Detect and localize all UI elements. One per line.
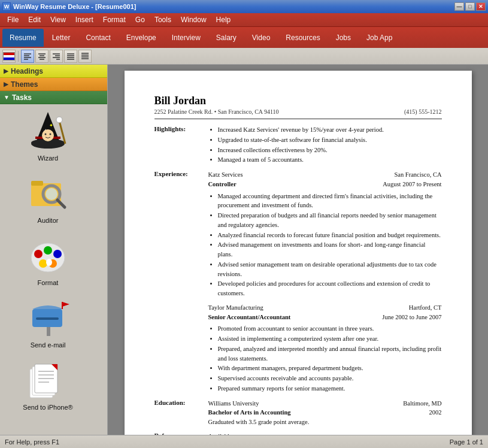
- doc-area[interactable]: Bill Jordan 2252 Palatine Creek Rd. • Sa…: [108, 65, 488, 435]
- svg-point-39: [53, 250, 62, 258]
- highlight-item: Increased Katz Services' revenue by 15%/…: [218, 125, 442, 135]
- align-left-icon: [23, 52, 32, 60]
- tab-resources[interactable]: Resources: [278, 29, 327, 47]
- job1-dates: August 2007 to Present: [383, 180, 441, 189]
- sidebar-themes-header[interactable]: ▶ Themes: [0, 78, 107, 91]
- flag-icon: [3, 52, 15, 60]
- align-right-button[interactable]: [50, 50, 63, 63]
- menu-format[interactable]: Format: [98, 14, 131, 25]
- highlights-list: Increased Katz Services' revenue by 15%/…: [218, 125, 442, 165]
- references-section: References: Available upon request: [154, 432, 442, 435]
- tab-letter[interactable]: Letter: [45, 29, 78, 47]
- tab-interview[interactable]: Interview: [165, 29, 208, 47]
- sidebar-item-auditor[interactable]: Auditor: [0, 167, 96, 229]
- edu-school: Williams University: [208, 399, 259, 408]
- job2-bullet: With department managers, prepared depar…: [218, 364, 442, 373]
- iphone-label: Send to iPhone®: [23, 404, 72, 411]
- tab-salary[interactable]: Salary: [209, 29, 244, 47]
- sidebar-item-wizard[interactable]: ✦ ✦ Wizard: [0, 104, 96, 167]
- job1-bullet: Analyzed financial records to forecast f…: [218, 231, 442, 240]
- auditor-icon: [26, 171, 69, 214]
- sidebar-headings-header[interactable]: ▶ Headings: [0, 65, 107, 78]
- resume-name: Bill Jordan: [154, 95, 442, 107]
- job2-title-row: Senior Accountant/Accountant June 2002 t…: [208, 313, 442, 322]
- minimize-button[interactable]: —: [454, 2, 464, 11]
- education-degree-row: Bachelor of Arts in Accounting 2002: [208, 408, 442, 417]
- job1-header: Katz Services San Francisco, CA: [208, 170, 442, 180]
- toolbar-separator: [18, 51, 19, 62]
- job1-title-row: Controller August 2007 to Present: [208, 180, 442, 189]
- svg-point-37: [34, 250, 43, 258]
- highlight-item: Increased collections effectiveness by 2…: [218, 146, 442, 155]
- sidebar-item-iphone[interactable]: Send to iPhone®: [0, 353, 96, 416]
- align-center-icon: [38, 52, 46, 60]
- svg-point-34: [46, 188, 57, 200]
- email-icon: [26, 296, 69, 339]
- maximize-button[interactable]: □: [465, 2, 475, 11]
- menu-go[interactable]: Go: [131, 14, 150, 25]
- sidebar-scroll-area: ✦ ✦ Wizard: [0, 104, 107, 435]
- sidebar-item-email[interactable]: Send e-mail: [0, 291, 96, 353]
- job2-bullet: Supervised accounts receivable and accou…: [218, 374, 442, 383]
- wizard-label: Wizard: [38, 155, 58, 162]
- svg-point-41: [39, 259, 47, 268]
- resume-address: 2252 Palatine Creek Rd. • San Francisco,…: [154, 108, 279, 115]
- svg-point-29: [45, 134, 47, 135]
- align-distribute-button[interactable]: [78, 50, 92, 63]
- auditor-label: Auditor: [38, 217, 59, 224]
- tab-contact[interactable]: Contact: [78, 29, 117, 47]
- tab-video[interactable]: Video: [245, 29, 277, 47]
- job1-company: Katz Services: [208, 170, 243, 180]
- email-label: Send e-mail: [31, 341, 66, 349]
- menu-edit[interactable]: Edit: [23, 14, 46, 25]
- svg-point-28: [42, 129, 54, 141]
- job2-bullet: Promoted from accountant to senior accou…: [218, 324, 442, 334]
- iphone-icon: [26, 358, 69, 401]
- menu-view[interactable]: View: [46, 14, 71, 25]
- nav-toolbar: Resume Letter Contact Envelope Interview…: [0, 26, 488, 48]
- align-center-button[interactable]: [35, 50, 49, 63]
- job1-bullets: Managed accounting department and direct…: [218, 192, 442, 298]
- svg-point-38: [44, 246, 52, 255]
- experience-content: Katz Services San Francisco, CA Controll…: [208, 170, 442, 394]
- menu-insert[interactable]: Insert: [71, 14, 98, 25]
- job1-location: San Francisco, CA: [394, 170, 441, 180]
- highlights-section: Highlights: Increased Katz Services' rev…: [154, 125, 442, 165]
- job1-bullet: Advised management on investments and lo…: [218, 240, 442, 259]
- menu-help[interactable]: Help: [211, 14, 236, 25]
- svg-point-42: [46, 259, 52, 266]
- menu-window[interactable]: Window: [176, 14, 211, 25]
- menu-tools[interactable]: Tools: [150, 14, 176, 25]
- flag-button[interactable]: [2, 50, 16, 63]
- tab-jobapp[interactable]: Job App: [359, 29, 399, 47]
- svg-marker-46: [62, 302, 69, 307]
- resume-address-bar: 2252 Palatine Creek Rd. • San Francisco,…: [154, 108, 442, 119]
- job2-bullet: Prepared summary reports for senior mana…: [218, 384, 442, 393]
- window-title: WinWay Resume Deluxe - [Resume001]: [13, 3, 137, 10]
- align-left-button[interactable]: [21, 50, 34, 63]
- status-page: Page 1 of 1: [450, 438, 483, 446]
- tab-envelope[interactable]: Envelope: [119, 29, 163, 47]
- close-button[interactable]: ✕: [476, 2, 486, 11]
- window-controls: — □ ✕: [454, 2, 486, 11]
- highlight-item: Upgraded to state-of-the-art software fo…: [218, 135, 442, 145]
- tab-resume[interactable]: Resume: [2, 29, 44, 47]
- job2-header: Taylor Manufacturing Hartford, CT: [208, 303, 442, 313]
- job1-bullet: Advised senior management team on desira…: [218, 260, 442, 279]
- main-content: ▶ Headings ▶ Themes ▼ Tasks: [0, 65, 488, 435]
- job2-title: Senior Accountant/Accountant: [208, 313, 291, 322]
- tab-jobs[interactable]: Jobs: [329, 29, 358, 47]
- sidebar-tasks-header[interactable]: ▼ Tasks: [0, 91, 107, 104]
- format-label: Format: [38, 279, 59, 286]
- sidebar-item-format[interactable]: Format: [0, 229, 96, 291]
- sidebar-list: ✦ ✦ Wizard: [0, 104, 107, 435]
- sidebar-headings-label: Headings: [11, 67, 43, 75]
- edu-location: Baltimore, MD: [403, 399, 441, 408]
- education-label: Education:: [154, 399, 208, 427]
- align-justify-button[interactable]: [64, 50, 77, 63]
- menu-file[interactable]: File: [2, 14, 23, 25]
- education-header: Williams University Baltimore, MD: [208, 399, 442, 408]
- align-right-icon: [52, 52, 60, 60]
- highlights-content: Increased Katz Services' revenue by 15%/…: [208, 125, 442, 165]
- job2-company: Taylor Manufacturing: [208, 303, 263, 313]
